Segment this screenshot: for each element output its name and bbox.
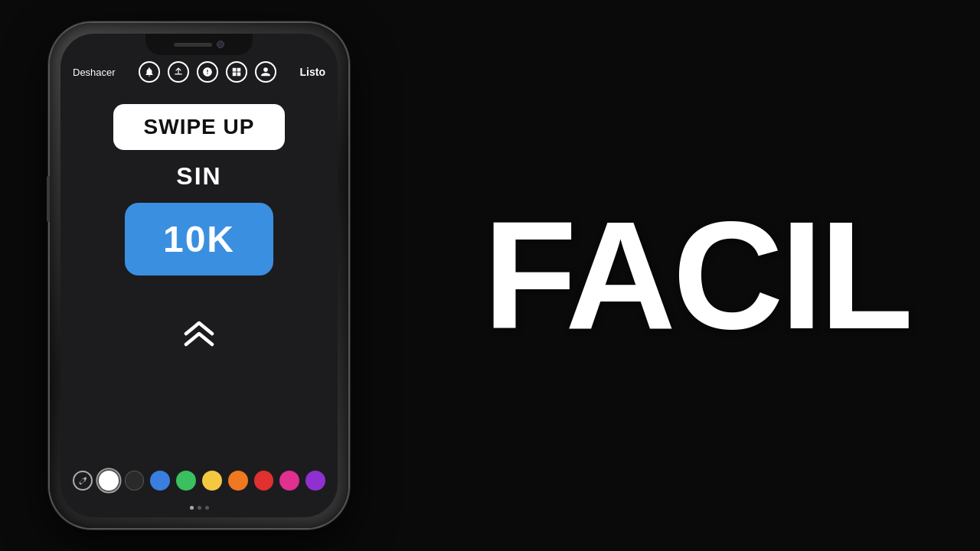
swipe-up-label: SWIPE UP xyxy=(144,115,255,139)
color-purple[interactable] xyxy=(305,471,325,491)
notch-camera xyxy=(217,41,224,48)
color-green[interactable] xyxy=(176,471,196,491)
phone-mockup-section: Deshacer xyxy=(0,0,398,551)
swipe-up-button[interactable]: SWIPE UP xyxy=(113,104,286,150)
ten-k-label: 10K xyxy=(163,218,235,260)
right-section: FACIL xyxy=(398,0,980,551)
color-yellow[interactable] xyxy=(202,471,222,491)
color-white[interactable] xyxy=(99,471,119,491)
ten-k-button[interactable]: 10K xyxy=(125,203,273,276)
facil-heading: FACIL xyxy=(483,199,910,352)
phone-notch xyxy=(145,34,253,55)
page-dot-2 xyxy=(198,506,201,510)
color-picker-bar xyxy=(60,463,338,506)
undo-button[interactable]: Deshacer xyxy=(73,67,116,78)
upload-icon[interactable] xyxy=(168,61,189,83)
sin-label: SIN xyxy=(176,162,221,191)
notch-speaker xyxy=(174,43,212,47)
toolbar-icons xyxy=(139,61,276,83)
color-blue[interactable] xyxy=(150,471,170,491)
page-indicator xyxy=(60,506,338,517)
notification-icon[interactable] xyxy=(139,61,160,83)
phone-frame: Deshacer xyxy=(50,23,348,528)
done-button[interactable]: Listo xyxy=(300,66,325,78)
side-button xyxy=(47,176,50,222)
screen-content: SWIPE UP SIN 10K xyxy=(60,89,338,463)
chevron-up-icon xyxy=(180,311,218,353)
page-dot-1 xyxy=(190,506,194,510)
page-dot-3 xyxy=(205,506,209,510)
color-pink[interactable] xyxy=(279,471,299,491)
swipe-chevron xyxy=(180,311,218,353)
color-red[interactable] xyxy=(254,471,274,491)
eyedropper-tool[interactable] xyxy=(73,471,93,491)
grid-icon[interactable] xyxy=(226,61,247,83)
color-dark-gray[interactable] xyxy=(125,471,145,491)
color-orange[interactable] xyxy=(228,471,248,491)
alert-icon[interactable] xyxy=(197,61,218,83)
phone-screen: Deshacer xyxy=(60,34,338,517)
person-icon[interactable] xyxy=(255,61,276,83)
